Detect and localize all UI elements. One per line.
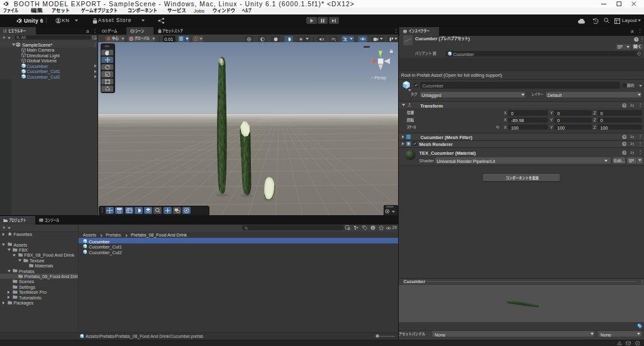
svg-text:?: ? xyxy=(635,38,637,42)
svg-text:?: ? xyxy=(623,151,625,155)
svg-text:?: ? xyxy=(623,104,625,108)
svg-text:x: x xyxy=(369,59,372,64)
svg-text:y: y xyxy=(379,49,382,55)
svg-text:?: ? xyxy=(623,135,625,139)
svg-text:?: ? xyxy=(623,142,625,146)
